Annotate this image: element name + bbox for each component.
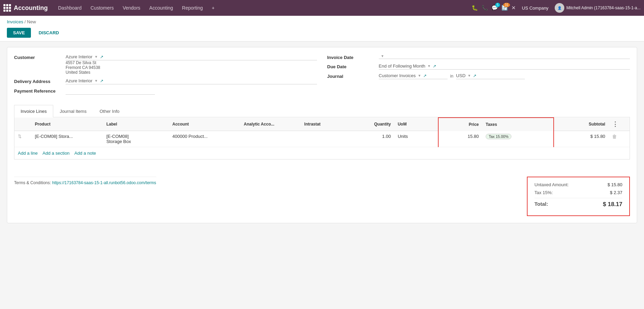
- account-value: 400000 Product...: [172, 134, 208, 139]
- breadcrumb-parent[interactable]: Invoices: [7, 19, 23, 24]
- row-account[interactable]: 400000 Product...: [169, 131, 240, 147]
- nav-add[interactable]: +: [208, 0, 219, 16]
- row-taxes[interactable]: Tax 15.00%: [482, 131, 554, 147]
- col-header-analytic: Analytic Acco...: [240, 118, 301, 131]
- col-header-handle: [14, 118, 32, 131]
- terms-section: Terms & Conditions: https://17163784-saa…: [14, 177, 156, 185]
- user-info[interactable]: 👤 Mitchell Admin (17163784-saas-15-1-a..…: [555, 3, 641, 13]
- journal-dropdown[interactable]: Customer Invoices ▼ ↗: [379, 73, 448, 79]
- grid-icon[interactable]: [3, 4, 11, 12]
- col-header-uom: UoM: [394, 118, 438, 131]
- total-label: Total:: [534, 201, 548, 208]
- currency-dropdown[interactable]: USD ▼ ↗: [456, 73, 525, 79]
- currency-selected: USD: [456, 73, 465, 78]
- address-line2: Fremont CA 94538: [66, 65, 317, 70]
- more-icon[interactable]: ⋮: [612, 121, 618, 128]
- nav-customers[interactable]: Customers: [87, 0, 118, 16]
- label-line2: Storage Box: [106, 139, 166, 144]
- row-handle[interactable]: ⇅: [14, 131, 32, 147]
- customer-dropdown[interactable]: Azure Interior ▼ ↗: [66, 54, 317, 60]
- col-header-subtotal: Subtotal: [554, 118, 609, 131]
- brand-name: Accounting: [14, 4, 48, 12]
- terms-label: Terms & Conditions:: [14, 180, 51, 185]
- nav-accounting[interactable]: Accounting: [145, 0, 177, 16]
- messages-icon[interactable]: 💬 5: [492, 5, 498, 11]
- uom-value: Units: [398, 134, 408, 139]
- terms-link[interactable]: https://17163784-saas-15-1-all.runbot56.…: [52, 180, 156, 185]
- invoice-table-wrapper: Product Label Account Analytic Acco... I…: [14, 117, 630, 159]
- sort-handle-icon[interactable]: ⇅: [18, 134, 22, 139]
- col-header-account: Account: [169, 118, 240, 131]
- due-date-dropdown[interactable]: End of Following Month ▼ ↗: [379, 63, 630, 70]
- tabs: Invoice Lines Journal Items Other Info: [14, 105, 630, 117]
- col-header-actions: ⋮: [609, 118, 630, 131]
- tax-row: Tax 15%: $ 2.37: [534, 190, 622, 195]
- activity-icon[interactable]: 🔄 31: [501, 5, 508, 11]
- breadcrumb-current: New: [27, 19, 36, 24]
- row-price[interactable]: 15.80: [438, 131, 482, 147]
- company-name: US Company: [522, 5, 549, 11]
- col-header-intrastat: Intrastat: [301, 118, 350, 131]
- due-date-selected: End of Following Month: [379, 63, 426, 69]
- messages-badge: 5: [495, 3, 500, 7]
- nav-vendors[interactable]: Vendors: [118, 0, 144, 16]
- address-line3: United States: [66, 70, 317, 75]
- tab-other-info[interactable]: Other Info: [93, 105, 126, 117]
- top-navigation: Accounting Dashboard Customers Vendors A…: [0, 0, 644, 16]
- brand: Accounting: [3, 4, 48, 12]
- row-analytic[interactable]: [240, 131, 301, 147]
- col-header-label: Label: [103, 118, 169, 131]
- row-product[interactable]: [E-COM08] Stora...: [32, 131, 103, 147]
- discard-button[interactable]: DISCARD: [34, 28, 63, 38]
- nav-reporting[interactable]: Reporting: [178, 0, 207, 16]
- journal-value: Customer Invoices ▼ ↗ in USD ▼ ↗: [379, 73, 630, 79]
- table-row: ⇅ [E-COM08] Stora... [E-COM08] Storage B…: [14, 131, 630, 147]
- journal-external-link[interactable]: ↗: [423, 73, 427, 78]
- user-name: Mitchell Admin (17163784-saas-15-1-a...: [566, 5, 641, 10]
- invoice-date-dropdown[interactable]: ▼: [379, 54, 630, 59]
- delivery-address-value: Azure Interior ▼ ↗: [66, 78, 317, 84]
- tab-journal-items[interactable]: Journal Items: [53, 105, 93, 117]
- main-nav: Dashboard Customers Vendors Accounting R…: [54, 0, 470, 16]
- untaxed-value: $ 15.80: [608, 182, 622, 187]
- row-label[interactable]: [E-COM08] Storage Box: [103, 131, 169, 147]
- breadcrumb-separator: /: [24, 19, 26, 24]
- customer-external-link[interactable]: ↗: [100, 55, 103, 59]
- currency-arrow: ▼: [467, 74, 471, 78]
- delete-icon[interactable]: 🗑: [612, 134, 617, 139]
- currency-external-link[interactable]: ↗: [473, 73, 476, 78]
- untaxed-amount-row: Untaxed Amount: $ 15.80: [534, 182, 622, 187]
- avatar: 👤: [555, 3, 564, 13]
- breadcrumb: Invoices / New: [0, 16, 644, 26]
- customer-label: Customer: [14, 54, 66, 60]
- action-bar: SAVE DISCARD: [0, 26, 644, 41]
- total-row: Total: $ 18.17: [534, 198, 622, 208]
- phone-icon[interactable]: 📞: [482, 5, 488, 11]
- row-actions[interactable]: 🗑: [609, 131, 630, 147]
- activity-badge: 31: [503, 3, 510, 7]
- delivery-address-label: Delivery Address: [14, 78, 66, 84]
- invoice-date-arrow: ▼: [381, 54, 384, 58]
- nav-dashboard[interactable]: Dashboard: [54, 0, 86, 16]
- add-line-button[interactable]: Add a line: [18, 151, 38, 156]
- total-value: $ 18.17: [603, 201, 622, 208]
- payment-reference-input[interactable]: [66, 88, 155, 95]
- add-section-button[interactable]: Add a section: [43, 151, 70, 156]
- address-line1: 4557 De Silva St: [66, 60, 317, 65]
- col-header-taxes: Taxes: [482, 118, 554, 131]
- delivery-dropdown[interactable]: Azure Interior ▼ ↗: [66, 78, 317, 84]
- due-date-field: Due Date End of Following Month ▼ ↗: [327, 63, 630, 70]
- tab-invoice-lines[interactable]: Invoice Lines: [14, 105, 53, 117]
- close-icon[interactable]: ✕: [511, 5, 516, 11]
- tax-badge: Tax 15.00%: [486, 134, 511, 139]
- delivery-external-link[interactable]: ↗: [100, 79, 103, 83]
- row-qty[interactable]: 1.00: [350, 131, 394, 147]
- row-uom[interactable]: Units: [394, 131, 438, 147]
- totals-section: Untaxed Amount: $ 15.80 Tax 15%: $ 2.37 …: [527, 177, 630, 216]
- due-date-external-link[interactable]: ↗: [433, 64, 436, 69]
- table-header-row: Product Label Account Analytic Acco... I…: [14, 118, 630, 131]
- row-intrastat[interactable]: [301, 131, 350, 147]
- save-button[interactable]: SAVE: [7, 28, 31, 38]
- add-note-button[interactable]: Add a note: [75, 151, 96, 156]
- bug-icon[interactable]: 🐛: [472, 5, 478, 11]
